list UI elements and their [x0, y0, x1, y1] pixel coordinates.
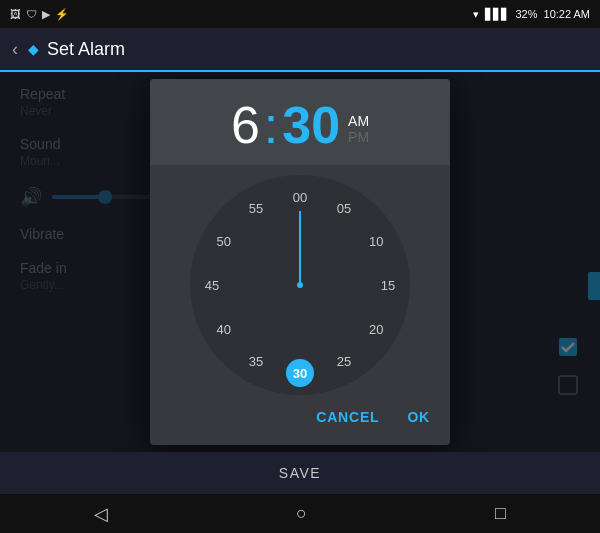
diamond-icon: ◆	[28, 41, 39, 57]
clock-number-30[interactable]: 30	[286, 359, 314, 387]
picture-icon: 🖼	[10, 8, 21, 20]
title-bar: ‹ ◆ Set Alarm	[0, 28, 600, 72]
main-content: Repeat Never Sound Moun... 🔊 Vibrate Fad…	[0, 72, 600, 452]
home-nav-icon[interactable]: ○	[296, 503, 307, 524]
save-label: SAVE	[279, 465, 321, 481]
clock-number-20[interactable]: 20	[362, 315, 390, 343]
pm-label[interactable]: PM	[348, 129, 369, 145]
clock-number-10[interactable]: 10	[362, 227, 390, 255]
back-nav-icon[interactable]: ◁	[94, 503, 108, 525]
clock-number-55[interactable]: 55	[242, 195, 270, 223]
colon-display: :	[264, 99, 278, 151]
clock-center	[297, 282, 303, 288]
status-right: ▾ ▋▋▋ 32% 10:22 AM	[473, 8, 590, 21]
save-bar[interactable]: SAVE	[0, 452, 600, 494]
status-bar: 🖼 🛡 ▶ ⚡ ▾ ▋▋▋ 32% 10:22 AM	[0, 0, 600, 28]
ampm-selector[interactable]: AM PM	[348, 113, 369, 145]
cancel-button[interactable]: CANCEL	[312, 403, 383, 431]
clock-number-00[interactable]: 00	[286, 183, 314, 211]
wifi-icon: ▾	[473, 8, 479, 21]
status-icons-left: 🖼 🛡 ▶ ⚡	[10, 8, 69, 21]
clock-number-05[interactable]: 05	[330, 195, 358, 223]
minutes-display[interactable]: 30	[282, 99, 340, 151]
clock-hand	[299, 211, 301, 285]
clock-number-35[interactable]: 35	[242, 347, 270, 375]
clock-number-40[interactable]: 40	[210, 315, 238, 343]
clock-area: 000510152025303540455055	[150, 165, 450, 395]
dialog-overlay: 6 : 30 AM PM 000510152025303540455055	[0, 72, 600, 452]
lightning-icon: ⚡	[55, 8, 69, 21]
signal-icon: ▋▋▋	[485, 8, 509, 21]
clock-number-50[interactable]: 50	[210, 227, 238, 255]
hours-display[interactable]: 6	[231, 99, 260, 151]
shield-icon: 🛡	[26, 8, 37, 20]
nav-bar: ◁ ○ □	[0, 494, 600, 533]
am-label[interactable]: AM	[348, 113, 369, 129]
battery-text: 32%	[515, 8, 537, 20]
clock-number-25[interactable]: 25	[330, 347, 358, 375]
time-picker-dialog: 6 : 30 AM PM 000510152025303540455055	[150, 79, 450, 445]
dialog-buttons: CANCEL OK	[150, 395, 450, 445]
clock-face[interactable]: 000510152025303540455055	[190, 175, 410, 395]
play-icon: ▶	[42, 8, 50, 21]
time-display: 6 : 30 AM PM	[150, 79, 450, 165]
recent-nav-icon[interactable]: □	[495, 503, 506, 524]
clock-number-45[interactable]: 45	[198, 271, 226, 299]
clock-number-15[interactable]: 15	[374, 271, 402, 299]
back-arrow-icon[interactable]: ‹	[12, 39, 18, 60]
time-text: 10:22 AM	[544, 8, 590, 20]
page-title: Set Alarm	[47, 39, 125, 60]
ok-button[interactable]: OK	[403, 403, 434, 431]
